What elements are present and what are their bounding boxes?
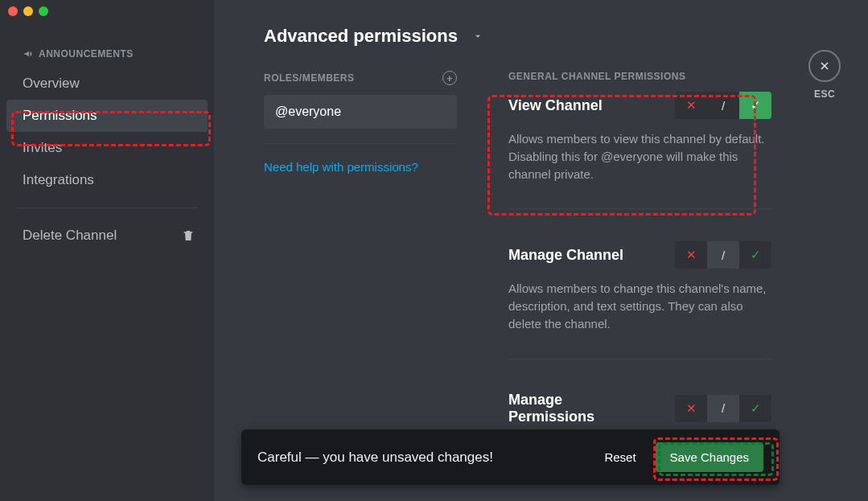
roles-header-row: ROLES/MEMBERS + [264, 71, 457, 85]
perm-neutral-button[interactable]: / [707, 395, 739, 422]
permissions-header: GENERAL CHANNEL PERMISSIONS [508, 71, 771, 82]
perm-name: Manage Permissions [508, 392, 645, 425]
window-controls [8, 6, 48, 16]
perm-allow-button[interactable]: ✓ [739, 395, 771, 422]
close-button-group: ESC [808, 50, 841, 100]
sidebar-item-invites[interactable]: Invites [0, 132, 214, 164]
perm-name: View Channel [508, 97, 603, 114]
perm-deny-button[interactable]: ✕ [675, 92, 707, 119]
role-everyone[interactable]: @everyone [264, 95, 457, 129]
perm-neutral-button[interactable]: / [707, 241, 739, 269]
perm-desc: Allows members to view this channel by d… [508, 130, 771, 183]
sidebar-item-integrations[interactable]: Integrations [0, 164, 214, 196]
unsaved-changes-toast: Careful — you have unsaved changes! Rese… [241, 429, 780, 485]
perm-neutral-button[interactable]: / [707, 92, 739, 119]
trash-icon [182, 229, 195, 242]
sidebar-divider [16, 207, 198, 208]
sidebar-item-overview[interactable]: Overview [0, 68, 214, 100]
close-label: ESC [814, 88, 835, 100]
sidebar: ANNOUNCEMENTS Overview Permissions Invit… [0, 0, 214, 501]
perm-view-channel: View Channel ✕ / ✓ Allows members to vie… [508, 92, 771, 209]
close-window-dot[interactable] [8, 6, 18, 16]
sidebar-category-label: ANNOUNCEMENTS [39, 48, 134, 60]
page-title: Advanced permissions [264, 26, 458, 47]
perm-deny-button[interactable]: ✕ [675, 241, 707, 269]
toast-message: Careful — you have unsaved changes! [257, 450, 493, 466]
main-content: Advanced permissions ROLES/MEMBERS + @ev… [214, 0, 868, 501]
add-role-button[interactable]: + [442, 71, 457, 85]
roles-header-label: ROLES/MEMBERS [264, 72, 355, 84]
reset-button[interactable]: Reset [604, 450, 636, 464]
chevron-down-icon[interactable] [472, 31, 483, 42]
perm-manage-channel: Manage Channel ✕ / ✓ Allows members to c… [508, 241, 771, 359]
perm-divider [508, 359, 771, 359]
sidebar-item-delete-channel[interactable]: Delete Channel [0, 220, 214, 252]
close-icon [818, 60, 831, 72]
perm-divider [508, 208, 771, 209]
close-button[interactable] [808, 50, 841, 82]
minimize-window-dot[interactable] [23, 6, 33, 16]
roles-divider [264, 143, 457, 144]
page-title-row: Advanced permissions [264, 26, 771, 47]
maximize-window-dot[interactable] [39, 6, 48, 16]
perm-toggle-manage-permissions: ✕ / ✓ [675, 395, 771, 422]
perm-deny-button[interactable]: ✕ [675, 395, 707, 422]
permissions-header-label: GENERAL CHANNEL PERMISSIONS [508, 71, 685, 82]
save-changes-button[interactable]: Save Changes [656, 442, 763, 472]
perm-allow-button[interactable]: ✓ [739, 92, 771, 119]
perm-toggle-view-channel: ✕ / ✓ [675, 92, 771, 119]
delete-channel-label: Delete Channel [23, 228, 117, 244]
megaphone-icon [23, 49, 34, 59]
perm-allow-button[interactable]: ✓ [739, 241, 771, 269]
sidebar-category-header: ANNOUNCEMENTS [0, 48, 214, 68]
sidebar-item-permissions[interactable]: Permissions [6, 100, 208, 132]
perm-toggle-manage-channel: ✕ / ✓ [675, 241, 771, 269]
perm-desc: Allows members to change this channel's … [508, 280, 771, 332]
perm-name: Manage Channel [508, 247, 623, 264]
permissions-help-link[interactable]: Need help with permissions? [264, 160, 457, 174]
